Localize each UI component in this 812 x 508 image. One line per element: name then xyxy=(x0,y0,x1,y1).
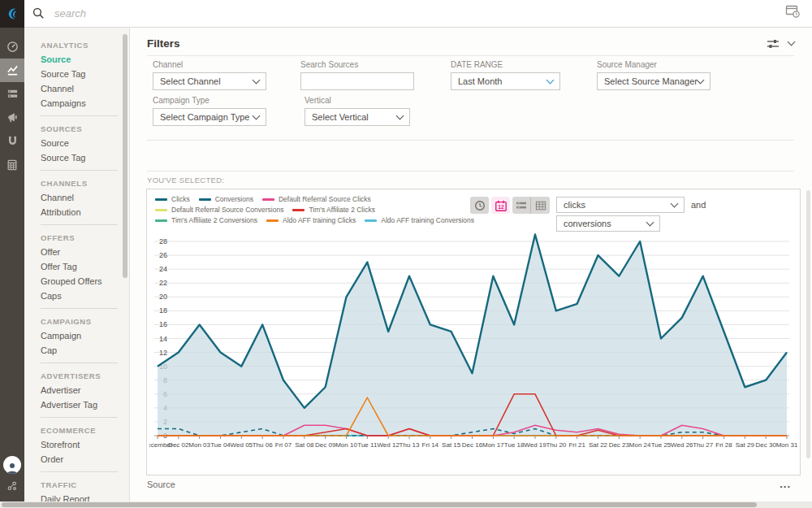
legend-label: Aldo AFF training Clicks xyxy=(283,216,356,224)
legend-item-4[interactable]: Tim's Affiliate 2 Clicks xyxy=(292,206,374,214)
secondary-sidebar: ANALYTICSSourceSource TagChannelCampaign… xyxy=(24,28,130,501)
collapse-filters-chevron-icon[interactable] xyxy=(788,38,796,46)
offers-list-icon[interactable] xyxy=(0,82,24,106)
x-axis-label: Mon 03 xyxy=(188,441,210,449)
metric-2-select[interactable]: conversions xyxy=(556,215,660,232)
sidebar-item-advertiser[interactable]: Advertiser xyxy=(24,383,129,397)
sidebar-divider xyxy=(41,224,118,225)
recent-window-icon[interactable] xyxy=(785,5,801,22)
x-axis-label: Dec 16 xyxy=(462,441,483,449)
x-axis-label: Fri 28 xyxy=(715,441,732,449)
x-axis-label: Thu 27 xyxy=(693,441,713,449)
search-sources-input[interactable] xyxy=(300,72,414,90)
filter-search-sources: Search Sources xyxy=(300,60,414,90)
sidebar-item-source-tag[interactable]: Source Tag xyxy=(24,67,129,81)
sidebar-item-storefront[interactable]: Storefront xyxy=(24,437,129,452)
user-avatar[interactable] xyxy=(3,456,21,474)
logo-icon xyxy=(5,7,19,21)
sidebar-divider xyxy=(41,170,118,171)
sidebar-item-advertiser-tag[interactable]: Advertiser Tag xyxy=(24,397,129,412)
metric-1-select[interactable]: clicks xyxy=(556,197,685,213)
chart-plot-area: 0246810121416182022242628DecemberDec 02M… xyxy=(149,233,797,475)
vertical-select[interactable]: Select Vertical xyxy=(304,108,410,126)
x-axis-label: Fri 14 xyxy=(422,441,439,449)
clicks-area-fill xyxy=(158,234,787,436)
top-bar: search xyxy=(0,0,812,28)
clock-icon xyxy=(474,200,486,211)
conjunction-label: and xyxy=(691,200,706,210)
legend-item-5[interactable]: Tim's Affiliate 2 Conversions xyxy=(155,216,257,224)
sidebar-item-campaign[interactable]: Campaign xyxy=(24,328,129,343)
filters-title: Filters xyxy=(147,37,180,50)
main-scrollbar[interactable] xyxy=(806,190,810,458)
x-axis-label: Sat 22 xyxy=(589,441,608,449)
sidebar-item-source[interactable]: Source xyxy=(24,52,129,67)
y-axis-label: 20 xyxy=(159,293,167,301)
legend-item-0[interactable]: Clicks xyxy=(155,195,190,203)
sidebar-item-cap[interactable]: Cap xyxy=(24,343,129,358)
table-view-button[interactable] xyxy=(531,197,550,214)
x-axis-label: Mon 10 xyxy=(335,441,357,449)
sidebar-item-source[interactable]: Source xyxy=(24,136,129,150)
legend-item-6[interactable]: Aldo AFF training Clicks xyxy=(266,216,356,224)
filter-vertical: Vertical Select Vertical xyxy=(304,96,410,126)
sidebar-item-order[interactable]: Order xyxy=(24,452,129,467)
legend-swatch xyxy=(155,209,167,211)
calendar-12-icon: 12 xyxy=(495,199,508,212)
sidebar-item-campaigns[interactable]: Campaigns xyxy=(24,96,129,111)
legend-item-3[interactable]: Default Referral Source Conversions xyxy=(155,206,283,214)
legend-item-7[interactable]: Aldo AFF training Conversions xyxy=(365,216,474,224)
sidebar-item-source-tag[interactable]: Source Tag xyxy=(24,150,129,165)
x-axis-label: Sat 08 xyxy=(295,441,314,449)
legend-item-1[interactable]: Conversions xyxy=(199,195,253,203)
table-menu-ellipsis[interactable]: ... xyxy=(780,481,791,488)
sidebar-scrollbar[interactable] xyxy=(123,34,127,278)
legend-label: Conversions xyxy=(215,195,253,203)
app-logo[interactable] xyxy=(0,0,24,28)
x-axis-label: Tue 04 xyxy=(210,441,231,449)
channel-select[interactable]: Select Channel xyxy=(153,72,266,90)
date-range-select[interactable]: Last Month xyxy=(451,72,560,90)
filter-campaign-type: Campaign Type Select Campaign Type xyxy=(153,96,266,126)
hourly-view-button[interactable] xyxy=(470,197,489,214)
analytics-chart-icon[interactable] xyxy=(0,59,24,82)
magnet-icon[interactable] xyxy=(0,129,24,153)
sidebar-item-offer[interactable]: Offer xyxy=(24,245,129,259)
network-share-icon[interactable] xyxy=(6,480,18,495)
megaphone-icon[interactable] xyxy=(0,106,24,129)
sidebar-divider xyxy=(41,417,118,418)
x-axis-label: Wed 19 xyxy=(524,441,546,449)
calculator-icon[interactable] xyxy=(0,153,24,176)
legend-item-2[interactable]: Default Referral Source Clicks xyxy=(262,195,371,203)
campaign-type-select[interactable]: Select Campaign Type xyxy=(153,108,266,126)
sidebar-item-caps[interactable]: Caps xyxy=(24,289,129,303)
rows-view-button[interactable] xyxy=(512,197,531,214)
source-manager-select[interactable]: Select Source Manager xyxy=(597,72,710,90)
sidebar-item-channel[interactable]: Channel xyxy=(24,81,129,96)
horizontal-scrollbar-thumb[interactable] xyxy=(2,502,757,507)
legend-swatch xyxy=(155,198,167,201)
sidebar-divider xyxy=(41,115,118,116)
sidebar-item-daily-report[interactable]: Daily Report xyxy=(24,492,129,501)
filter-settings-icon[interactable] xyxy=(766,38,780,50)
sidebar-item-grouped-offers[interactable]: Grouped Offers xyxy=(24,274,129,289)
sidebar-item-attribution[interactable]: Attribution xyxy=(24,205,129,219)
x-axis-label: Sat 29 xyxy=(736,441,755,449)
sidebar-item-offer-tag[interactable]: Offer Tag xyxy=(24,259,129,274)
field-label: Source Manager xyxy=(597,60,710,69)
window-clock-glyph xyxy=(785,5,801,19)
filter-date-range: DATE RANGE Last Month xyxy=(451,60,560,90)
sidebar-section-title: SOURCES xyxy=(24,119,129,136)
x-axis-label: Thu 20 xyxy=(546,441,566,449)
sidebar-item-channel[interactable]: Channel xyxy=(24,190,129,205)
search-input[interactable]: search xyxy=(54,7,86,20)
legend-label: Clicks xyxy=(171,195,190,203)
daily-view-button[interactable]: 12 xyxy=(491,197,510,214)
global-search[interactable]: search xyxy=(24,7,785,20)
sidebar-divider xyxy=(41,471,118,472)
x-axis-label: Mon 31 xyxy=(776,441,797,449)
x-axis-label: Wed 26 xyxy=(671,441,693,449)
field-label: DATE RANGE xyxy=(451,60,560,69)
dashboard-gauge-icon[interactable] xyxy=(0,35,24,59)
sidebar-divider xyxy=(41,363,118,363)
